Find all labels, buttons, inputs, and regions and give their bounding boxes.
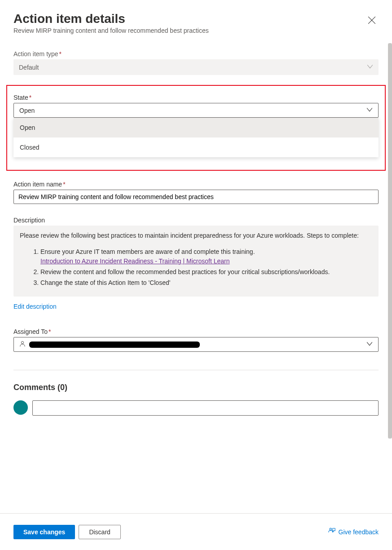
page-title: Action item details bbox=[13, 12, 209, 26]
scrollbar-thumb[interactable] bbox=[388, 43, 392, 439]
name-label: Action item name* bbox=[13, 181, 379, 188]
state-value: Open bbox=[19, 107, 35, 114]
assigned-to-select[interactable] bbox=[13, 337, 379, 352]
save-button[interactable]: Save changes bbox=[13, 525, 75, 539]
footer: Save changes Discard Give feedback bbox=[0, 513, 392, 550]
page-subtitle: Review MIRP training content and follow … bbox=[13, 27, 209, 34]
training-link[interactable]: Introduction to Azure Incident Readiness… bbox=[40, 257, 230, 265]
state-option-open[interactable]: Open bbox=[13, 118, 379, 138]
edit-description-link[interactable]: Edit description bbox=[13, 303, 379, 310]
divider bbox=[13, 370, 379, 370]
avatar bbox=[13, 400, 28, 415]
state-select[interactable]: Open bbox=[13, 103, 379, 118]
comments-heading: Comments (0) bbox=[13, 383, 379, 392]
comment-input[interactable] bbox=[32, 400, 379, 416]
name-input[interactable] bbox=[13, 190, 379, 204]
close-icon bbox=[368, 19, 376, 26]
desc-step-3: Change the state of this Action Item to … bbox=[40, 278, 372, 288]
scrollbar[interactable] bbox=[388, 43, 392, 439]
discard-button[interactable]: Discard bbox=[79, 525, 120, 539]
chevron-down-icon bbox=[366, 341, 373, 348]
desc-step-2: Review the content and follow the recomm… bbox=[40, 267, 372, 277]
description-label: Description bbox=[13, 217, 379, 224]
assigned-label: Assigned To* bbox=[13, 328, 379, 335]
state-dropdown-list: Open Closed bbox=[13, 118, 379, 157]
give-feedback-link[interactable]: Give feedback bbox=[328, 527, 379, 537]
close-button[interactable] bbox=[365, 13, 379, 28]
feedback-icon bbox=[328, 527, 336, 537]
state-label: State* bbox=[13, 94, 379, 101]
chevron-down-icon bbox=[366, 106, 373, 114]
type-value: Default bbox=[19, 64, 39, 71]
person-icon bbox=[19, 341, 26, 348]
assigned-value-redacted bbox=[29, 342, 200, 348]
state-option-closed[interactable]: Closed bbox=[13, 138, 379, 157]
description-intro: Please review the following best practic… bbox=[20, 232, 359, 239]
svg-point-3 bbox=[330, 528, 331, 530]
type-label: Action item type* bbox=[13, 50, 379, 58]
feedback-label: Give feedback bbox=[339, 528, 379, 536]
state-highlight: State* Open Open Closed bbox=[6, 85, 386, 171]
desc-step-1: Ensure your Azure IT team members are aw… bbox=[40, 247, 372, 266]
type-select: Default bbox=[13, 59, 379, 75]
description-box: Please review the following best practic… bbox=[13, 226, 379, 297]
svg-point-2 bbox=[21, 342, 23, 344]
chevron-down-icon bbox=[367, 63, 373, 71]
